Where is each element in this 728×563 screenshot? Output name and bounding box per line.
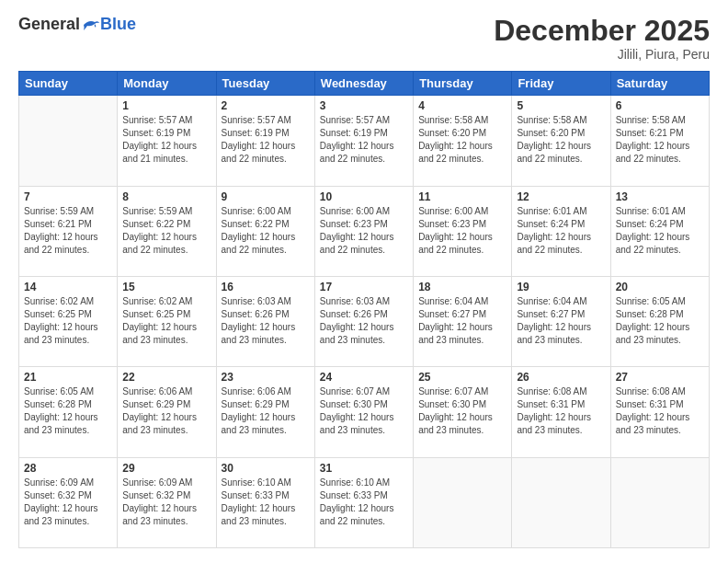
day-info: Sunrise: 5:59 AM Sunset: 6:21 PM Dayligh… [24, 205, 112, 257]
day-info: Sunrise: 6:06 AM Sunset: 6:29 PM Dayligh… [222, 385, 310, 437]
page: General Blue December 2025 Jilili, Piura… [0, 0, 728, 563]
day-info: Sunrise: 6:06 AM Sunset: 6:29 PM Dayligh… [122, 385, 210, 437]
calendar-table: SundayMondayTuesdayWednesdayThursdayFrid… [18, 71, 710, 548]
day-number: 20 [616, 281, 704, 293]
day-header-saturday: Saturday [610, 72, 709, 96]
day-info: Sunrise: 6:10 AM Sunset: 6:33 PM Dayligh… [320, 477, 408, 528]
calendar-cell: 9Sunrise: 6:00 AM Sunset: 6:22 PM Daylig… [216, 186, 314, 276]
location: Jilili, Piura, Peru [494, 47, 710, 62]
calendar-cell: 25Sunrise: 6:07 AM Sunset: 6:30 PM Dayli… [414, 367, 512, 457]
day-number: 29 [122, 462, 210, 475]
day-info: Sunrise: 6:02 AM Sunset: 6:25 PM Dayligh… [24, 295, 112, 347]
day-number: 14 [24, 281, 112, 293]
calendar-cell: 16Sunrise: 6:03 AM Sunset: 6:26 PM Dayli… [216, 276, 314, 366]
title-block: December 2025 Jilili, Piura, Peru [494, 15, 710, 62]
day-number: 11 [418, 190, 506, 203]
day-number: 24 [320, 371, 408, 384]
calendar-cell: 5Sunrise: 5:58 AM Sunset: 6:20 PM Daylig… [512, 96, 610, 186]
calendar-cell: 2Sunrise: 5:57 AM Sunset: 6:19 PM Daylig… [216, 96, 314, 186]
day-number: 17 [320, 281, 408, 293]
day-header-sunday: Sunday [19, 72, 118, 96]
day-info: Sunrise: 6:08 AM Sunset: 6:31 PM Dayligh… [517, 385, 605, 437]
calendar-cell: 4Sunrise: 5:58 AM Sunset: 6:20 PM Daylig… [414, 96, 512, 186]
day-info: Sunrise: 5:58 AM Sunset: 6:21 PM Dayligh… [616, 114, 704, 166]
day-number: 31 [320, 462, 408, 475]
header: General Blue December 2025 Jilili, Piura… [18, 15, 710, 62]
day-info: Sunrise: 5:57 AM Sunset: 6:19 PM Dayligh… [122, 114, 210, 166]
day-info: Sunrise: 6:00 AM Sunset: 6:23 PM Dayligh… [418, 205, 506, 257]
calendar-week-row: 28Sunrise: 6:09 AM Sunset: 6:32 PM Dayli… [19, 457, 710, 547]
calendar-cell: 24Sunrise: 6:07 AM Sunset: 6:30 PM Dayli… [314, 367, 413, 457]
day-info: Sunrise: 6:05 AM Sunset: 6:28 PM Dayligh… [24, 385, 112, 437]
day-number: 4 [418, 99, 506, 112]
day-number: 5 [517, 99, 605, 112]
day-info: Sunrise: 5:57 AM Sunset: 6:19 PM Dayligh… [222, 114, 310, 166]
day-header-wednesday: Wednesday [314, 72, 413, 96]
calendar-header-row: SundayMondayTuesdayWednesdayThursdayFrid… [19, 72, 710, 96]
day-number: 3 [320, 99, 408, 112]
day-number: 30 [222, 462, 310, 475]
calendar-cell [610, 457, 709, 547]
calendar-cell: 20Sunrise: 6:05 AM Sunset: 6:28 PM Dayli… [610, 276, 709, 366]
day-number: 18 [418, 281, 506, 293]
calendar-cell: 15Sunrise: 6:02 AM Sunset: 6:25 PM Dayli… [118, 276, 216, 366]
calendar-week-row: 21Sunrise: 6:05 AM Sunset: 6:28 PM Dayli… [19, 367, 710, 457]
day-number: 26 [517, 371, 605, 384]
day-number: 23 [222, 371, 310, 384]
day-header-tuesday: Tuesday [216, 72, 314, 96]
day-number: 22 [122, 371, 210, 384]
calendar-cell: 21Sunrise: 6:05 AM Sunset: 6:28 PM Dayli… [19, 367, 118, 457]
calendar-cell: 30Sunrise: 6:10 AM Sunset: 6:33 PM Dayli… [216, 457, 314, 547]
calendar-cell: 26Sunrise: 6:08 AM Sunset: 6:31 PM Dayli… [512, 367, 610, 457]
logo-blue: Blue [100, 15, 136, 34]
day-number: 10 [320, 190, 408, 203]
day-number: 1 [122, 99, 210, 112]
day-number: 16 [222, 281, 310, 293]
day-info: Sunrise: 5:57 AM Sunset: 6:19 PM Dayligh… [320, 114, 408, 166]
day-number: 28 [24, 462, 112, 475]
day-info: Sunrise: 5:58 AM Sunset: 6:20 PM Dayligh… [517, 114, 605, 166]
calendar-cell: 18Sunrise: 6:04 AM Sunset: 6:27 PM Dayli… [414, 276, 512, 366]
calendar-cell: 23Sunrise: 6:06 AM Sunset: 6:29 PM Dayli… [216, 367, 314, 457]
day-info: Sunrise: 6:03 AM Sunset: 6:26 PM Dayligh… [222, 295, 310, 347]
calendar-cell: 27Sunrise: 6:08 AM Sunset: 6:31 PM Dayli… [610, 367, 709, 457]
calendar-cell: 31Sunrise: 6:10 AM Sunset: 6:33 PM Dayli… [314, 457, 413, 547]
day-number: 8 [122, 190, 210, 203]
calendar-cell: 11Sunrise: 6:00 AM Sunset: 6:23 PM Dayli… [414, 186, 512, 276]
day-info: Sunrise: 6:07 AM Sunset: 6:30 PM Dayligh… [320, 385, 408, 437]
calendar-cell [414, 457, 512, 547]
calendar-cell: 22Sunrise: 6:06 AM Sunset: 6:29 PM Dayli… [118, 367, 216, 457]
calendar-week-row: 7Sunrise: 5:59 AM Sunset: 6:21 PM Daylig… [19, 186, 710, 276]
calendar-cell: 3Sunrise: 5:57 AM Sunset: 6:19 PM Daylig… [314, 96, 413, 186]
logo: General Blue [18, 15, 136, 34]
calendar-cell: 6Sunrise: 5:58 AM Sunset: 6:21 PM Daylig… [610, 96, 709, 186]
calendar-cell: 17Sunrise: 6:03 AM Sunset: 6:26 PM Dayli… [314, 276, 413, 366]
day-info: Sunrise: 6:04 AM Sunset: 6:27 PM Dayligh… [418, 295, 506, 347]
day-info: Sunrise: 6:09 AM Sunset: 6:32 PM Dayligh… [24, 477, 112, 528]
day-info: Sunrise: 6:01 AM Sunset: 6:24 PM Dayligh… [517, 205, 605, 257]
day-info: Sunrise: 6:07 AM Sunset: 6:30 PM Dayligh… [418, 385, 506, 437]
logo-text: General Blue [18, 15, 136, 34]
day-info: Sunrise: 6:02 AM Sunset: 6:25 PM Dayligh… [122, 295, 210, 347]
month-title: December 2025 [494, 15, 710, 47]
day-header-friday: Friday [512, 72, 610, 96]
calendar-cell: 29Sunrise: 6:09 AM Sunset: 6:32 PM Dayli… [118, 457, 216, 547]
day-header-monday: Monday [118, 72, 216, 96]
day-info: Sunrise: 6:01 AM Sunset: 6:24 PM Dayligh… [616, 205, 704, 257]
day-header-thursday: Thursday [414, 72, 512, 96]
logo-bird-icon [82, 17, 100, 32]
calendar-cell: 8Sunrise: 5:59 AM Sunset: 6:22 PM Daylig… [118, 186, 216, 276]
day-number: 7 [24, 190, 112, 203]
calendar-cell: 1Sunrise: 5:57 AM Sunset: 6:19 PM Daylig… [118, 96, 216, 186]
day-info: Sunrise: 6:05 AM Sunset: 6:28 PM Dayligh… [616, 295, 704, 347]
day-number: 6 [616, 99, 704, 112]
day-info: Sunrise: 6:10 AM Sunset: 6:33 PM Dayligh… [222, 477, 310, 528]
calendar-cell: 12Sunrise: 6:01 AM Sunset: 6:24 PM Dayli… [512, 186, 610, 276]
day-number: 19 [517, 281, 605, 293]
calendar-cell: 28Sunrise: 6:09 AM Sunset: 6:32 PM Dayli… [19, 457, 118, 547]
day-info: Sunrise: 6:08 AM Sunset: 6:31 PM Dayligh… [616, 385, 704, 437]
calendar-cell: 13Sunrise: 6:01 AM Sunset: 6:24 PM Dayli… [610, 186, 709, 276]
calendar-cell [512, 457, 610, 547]
day-number: 25 [418, 371, 506, 384]
calendar-week-row: 1Sunrise: 5:57 AM Sunset: 6:19 PM Daylig… [19, 96, 710, 186]
